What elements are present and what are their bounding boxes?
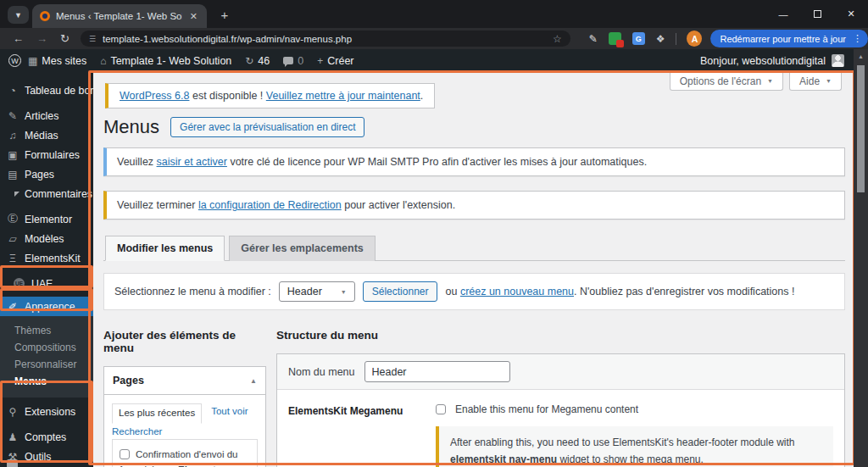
sidebar-item-label: Comptes (25, 431, 66, 443)
browser-menu-kebab-icon[interactable]: ⋮ (853, 33, 862, 44)
translate-extension-icon[interactable]: G (632, 32, 645, 45)
or-text: ou (445, 286, 459, 297)
structure-heading: Structure du menu (276, 329, 845, 342)
new-tab-button[interactable]: + (215, 5, 234, 24)
submenu-item-compositions[interactable]: Compositions (0, 339, 93, 356)
sidebar-item-commentaires[interactable]: Commentaires (0, 184, 93, 203)
sidebar-item-label: Modèles (25, 233, 64, 245)
wordpress-logo-icon[interactable]: W (8, 54, 21, 67)
restart-to-update-button[interactable]: Redémarrer pour mettre à jour ⋮ (710, 30, 868, 47)
wordpress-update-nag: WordPress 6.8 est disponible ! Veuillez … (105, 83, 435, 108)
tab-modifier-les-menus[interactable]: Modifier les menus (105, 236, 225, 261)
chevron-down-icon: ▼ (767, 78, 773, 84)
sidebar-item-articles[interactable]: ✎Articles (0, 106, 93, 125)
user-avatar (832, 54, 844, 67)
tab-rechercher[interactable]: Rechercher (112, 424, 162, 441)
green-extension-icon[interactable] (609, 32, 621, 45)
select-menu-button[interactable]: Sélectionner (363, 281, 438, 302)
menu-select-dropdown[interactable]: Header ▼ (279, 281, 355, 302)
comments-bubble-icon (283, 57, 293, 64)
adminbar-my-sites[interactable]: ▦ Mes sites (21, 49, 93, 72)
close-tab-icon[interactable]: ✕ (188, 11, 199, 22)
browser-toolbar: ← → ↻ ☰ template-1.websolutiondigital.fr… (0, 28, 868, 49)
create-new-menu-link[interactable]: créez un nouveau menu (460, 286, 574, 297)
maximize-button[interactable] (800, 0, 834, 28)
add-items-heading: Ajouter des éléments de menu (103, 329, 266, 354)
redirection-config-link[interactable]: la configuration de Redirection (198, 199, 342, 211)
sidebar-item-apparence[interactable]: ✐Apparence (0, 297, 93, 316)
submenu-item-themes[interactable]: Thèmes (0, 322, 93, 339)
submenu-item-personnaliser[interactable]: Personnaliser (0, 356, 93, 373)
smtp-activate-link[interactable]: saisir et activer (157, 156, 227, 168)
tab-gerer-les-emplacements[interactable]: Gérer les emplacements (229, 236, 376, 261)
menu-select-value: Header (287, 286, 322, 297)
scroll-up-arrow-icon[interactable]: ▲ (854, 49, 868, 63)
forms-icon: ▣ (7, 149, 19, 161)
close-window-button[interactable]: ✕ (834, 0, 868, 28)
live-preview-button[interactable]: Gérer avec la prévisualisation en direct (170, 117, 364, 137)
wp-admin-menu: ◔Tableau de bord ✎Articles ♫Médias ▣Form… (0, 72, 93, 467)
minimize-button[interactable]: — (766, 0, 800, 28)
browser-profile-avatar[interactable]: A (687, 31, 702, 47)
notice-text: pour activer l'extension. (342, 199, 455, 211)
wp-content-area: Options de l'écran ▼ Aide ▼ WordPress 6.… (93, 72, 854, 467)
adminbar-new[interactable]: + Créer (310, 49, 360, 72)
sidebar-item-pages[interactable]: ▤Pages (0, 164, 93, 184)
collapse-arrow-icon[interactable]: ▲ (250, 377, 257, 385)
scrollbar-thumb[interactable] (857, 65, 865, 192)
adminbar-comments[interactable]: 0 (276, 49, 310, 72)
forward-icon[interactable]: → (36, 32, 47, 45)
checkbox[interactable] (120, 449, 130, 459)
tab-les-plus-recentes[interactable]: Les plus récentes (112, 403, 202, 424)
sidebar-item-comptes[interactable]: ♟Comptes (0, 427, 93, 447)
adminbar-account[interactable]: Bonjour, websolutiondigital (700, 54, 844, 67)
chevron-down-icon: ▼ (826, 78, 832, 84)
sidebar-item-elementskit[interactable]: ΞElementsKit (0, 248, 93, 268)
list-item: Confirmation d'envoi du formulaire — Ele… (120, 448, 250, 467)
chevron-down-icon: ▼ (341, 289, 347, 295)
reload-icon[interactable]: ↻ (60, 32, 70, 45)
site-settings-icon[interactable]: ☰ (89, 35, 96, 43)
extensions-puzzle-icon[interactable]: ❖ (656, 33, 665, 45)
sidebar-item-label: Tableau de bord (25, 85, 99, 97)
sidebar-item-extensions[interactable]: ⚲Extensions (0, 402, 93, 421)
menu-name-label: Nom du menu (288, 366, 355, 378)
sidebar-item-label: UAE (31, 278, 53, 290)
page-scrollbar[interactable]: ▲ (854, 49, 868, 467)
help-button[interactable]: Aide ▼ (789, 72, 842, 91)
notice-text: votre clé de licence pour WP Mail SMTP P… (227, 156, 647, 168)
apparence-submenu: Thèmes Compositions Personnaliser Menus (0, 316, 93, 398)
pin-icon: ✎ (7, 110, 19, 122)
sidebar-item-modeles[interactable]: ▱Modèles (0, 229, 93, 248)
screen-options-button[interactable]: Options de l'écran ▼ (670, 72, 783, 91)
pages-postbox-header[interactable]: Pages ▲ (104, 367, 265, 395)
tab-search-button[interactable]: ▼ (8, 6, 29, 24)
submenu-item-menus[interactable]: Menus (0, 373, 93, 390)
redirection-setup-notice: Veuillez terminer la configuration de Re… (103, 191, 845, 220)
bookmark-star-icon[interactable]: ☆ (553, 33, 562, 45)
sidebar-item-uae[interactable]: UEUAE (0, 274, 93, 293)
sidebar-item-formulaires[interactable]: ▣Formulaires (0, 145, 93, 164)
sidebar-item-label: Médias (25, 130, 58, 142)
menu-box-body: ElementsKit Megamenu Enable this menu fo… (277, 390, 844, 467)
adminbar-updates[interactable]: ↻ 46 (238, 49, 276, 72)
wordpress-version-link[interactable]: WordPress 6.8 (120, 90, 189, 102)
screen-meta: Options de l'écran ▼ Aide ▼ (670, 72, 842, 91)
megamenu-checkbox[interactable] (436, 404, 446, 414)
screen-options-label: Options de l'écran (680, 75, 761, 87)
sidebar-item-medias[interactable]: ♫Médias (0, 125, 93, 145)
pages-icon: ▤ (7, 169, 19, 181)
menu-select-label: Sélectionnez le menu à modifier : (114, 286, 271, 297)
megamenu-info-box: After enabling this, you need to use Ele… (436, 426, 833, 467)
adminbar-site-name[interactable]: ⌂ Template 1- Web Solution (93, 49, 238, 72)
extensions-area: ✎ G ❖ (589, 32, 665, 45)
browser-tab[interactable]: Menus ‹ Template 1- Web Solut ✕ (32, 4, 207, 28)
pen-extension-icon[interactable]: ✎ (589, 33, 598, 45)
update-now-link[interactable]: Veuillez mettre à jour maintenant (266, 90, 420, 102)
sidebar-item-dashboard[interactable]: ◔Tableau de bord (0, 81, 93, 100)
sidebar-item-elementor[interactable]: ⒺElementor (0, 209, 93, 229)
address-bar[interactable]: ☰ template-1.websolutiondigital.fr/wp-ad… (81, 31, 570, 47)
back-icon[interactable]: ← (13, 32, 24, 45)
tab-tout-voir[interactable]: Tout voir (211, 403, 248, 424)
menu-name-input[interactable] (364, 361, 510, 382)
